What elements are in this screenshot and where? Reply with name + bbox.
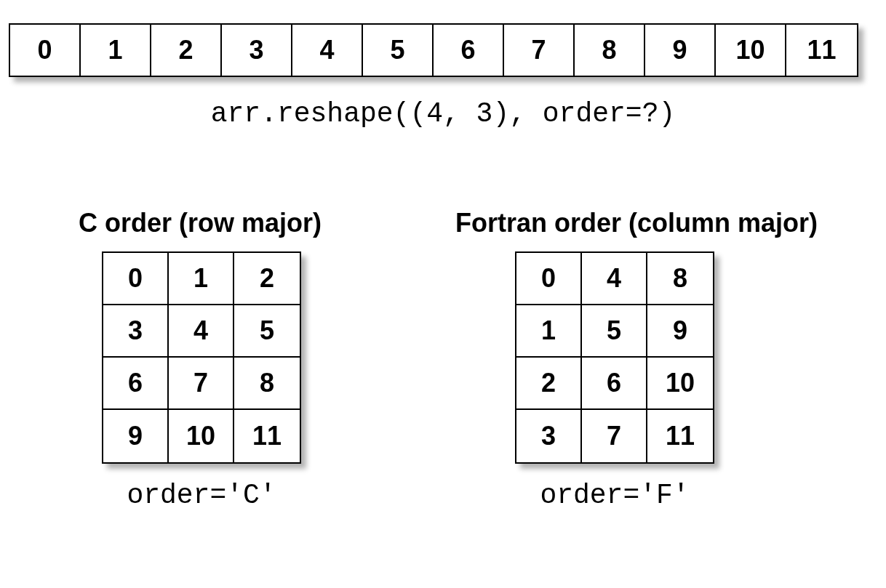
grid-cell: 7 bbox=[582, 410, 647, 462]
grid-cell: 0 bbox=[103, 253, 169, 305]
linear-cell: 1 bbox=[81, 25, 151, 76]
grid-cell: 5 bbox=[234, 305, 300, 358]
grid-cell: 8 bbox=[647, 253, 713, 305]
grid-cell: 6 bbox=[582, 358, 647, 410]
grid-cell: 4 bbox=[582, 253, 647, 305]
linear-array: 0 1 2 3 4 5 6 7 8 9 10 11 bbox=[9, 23, 858, 77]
grid-cell: 7 bbox=[169, 358, 234, 410]
grid-cell: 8 bbox=[234, 358, 300, 410]
c-order-caption: order='C' bbox=[102, 480, 301, 511]
linear-cell: 7 bbox=[504, 25, 575, 76]
grid-cell: 3 bbox=[516, 410, 582, 462]
linear-cell: 0 bbox=[10, 25, 81, 76]
grid-cell: 2 bbox=[516, 358, 582, 410]
grid-cell: 0 bbox=[516, 253, 582, 305]
grid-cell: 1 bbox=[516, 305, 582, 358]
grid-cell: 11 bbox=[647, 410, 713, 462]
grid-cell: 2 bbox=[234, 253, 300, 305]
linear-cell: 6 bbox=[434, 25, 504, 76]
f-order-caption: order='F' bbox=[515, 480, 714, 511]
grid-cell: 5 bbox=[582, 305, 647, 358]
reshape-call-caption: arr.reshape((4, 3), order=?) bbox=[0, 98, 886, 129]
c-order-grid: 0 1 2 3 4 5 6 7 8 9 10 11 bbox=[102, 251, 301, 464]
linear-cell: 9 bbox=[645, 25, 716, 76]
diagram-canvas: 0 1 2 3 4 5 6 7 8 9 10 11 arr.reshape((4… bbox=[0, 0, 886, 588]
grid-cell: 1 bbox=[169, 253, 234, 305]
grid-cell: 11 bbox=[234, 410, 300, 462]
f-order-grid: 0 4 8 1 5 9 2 6 10 3 7 11 bbox=[515, 251, 714, 464]
grid-cell: 10 bbox=[169, 410, 234, 462]
grid-cell: 6 bbox=[103, 358, 169, 410]
linear-cell: 11 bbox=[786, 25, 857, 76]
f-order-title: Fortran order (column major) bbox=[455, 208, 818, 238]
grid-cell: 9 bbox=[647, 305, 713, 358]
grid-cell: 3 bbox=[103, 305, 169, 358]
linear-cell: 8 bbox=[575, 25, 645, 76]
c-order-title: C order (row major) bbox=[79, 208, 322, 238]
linear-cell: 5 bbox=[363, 25, 434, 76]
grid-cell: 4 bbox=[169, 305, 234, 358]
linear-cell: 3 bbox=[222, 25, 292, 76]
linear-cell: 2 bbox=[151, 25, 222, 76]
linear-cell: 4 bbox=[292, 25, 363, 76]
grid-cell: 9 bbox=[103, 410, 169, 462]
linear-cell: 10 bbox=[716, 25, 786, 76]
grid-cell: 10 bbox=[647, 358, 713, 410]
